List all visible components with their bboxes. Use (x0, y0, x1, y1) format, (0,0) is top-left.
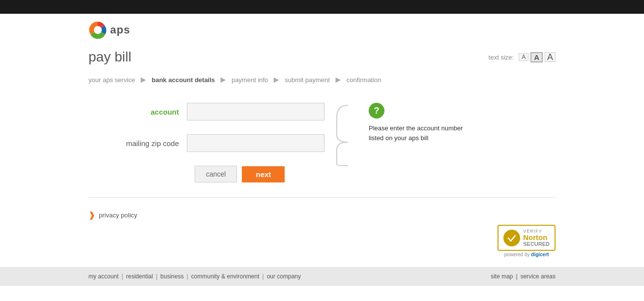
zip-label: mailing zip code (88, 139, 187, 148)
zip-input[interactable] (187, 134, 324, 152)
bottom-nav-business[interactable]: business (160, 273, 183, 280)
step-submit-payment: submit payment (285, 76, 330, 84)
privacy-policy-link[interactable]: privacy policy (99, 211, 137, 219)
bottom-nav-my-account[interactable]: my account (88, 273, 118, 280)
help-text: Please enter the account number listed o… (369, 123, 467, 143)
button-row: cancel next (195, 166, 324, 182)
page-title: pay bill (88, 49, 131, 65)
step-arrow-2: ► (219, 75, 228, 85)
next-button[interactable]: next (242, 166, 285, 182)
top-bar (0, 0, 644, 14)
norton-secured-label: SECURED (523, 241, 550, 247)
account-label: account (88, 108, 187, 116)
account-input[interactable] (187, 103, 324, 120)
header: aps (0, 14, 644, 44)
help-icon: ? (369, 103, 384, 119)
bottom-right-links: site map | service areas (491, 273, 556, 280)
bracket-svg (334, 103, 349, 167)
bottom-nav-community[interactable]: community & environment (191, 273, 260, 280)
zip-row: mailing zip code (88, 134, 324, 152)
bracket-decoration (334, 103, 349, 167)
footer-links-row: ❱ privacy policy (0, 203, 644, 225)
svg-point-1 (94, 26, 102, 34)
bottom-nav-our-company[interactable]: our company (267, 273, 301, 280)
text-size-medium[interactable]: A (530, 52, 543, 62)
step-confirmation: confirmation (347, 76, 381, 84)
logo-text: aps (110, 24, 130, 36)
account-row: account (88, 103, 324, 120)
text-size-controls: text size: A A A (489, 52, 556, 62)
step-your-aps-service: your aps service (88, 76, 135, 84)
bottom-bar: my account | residential | business | co… (0, 267, 644, 286)
norton-box: VERIFY Norton SECURED (498, 225, 556, 251)
norton-area: VERIFY Norton SECURED powered by digicer… (0, 225, 644, 267)
text-size-label: text size: (489, 54, 514, 61)
main-content: account mailing zip code cancel next ? P… (0, 93, 644, 192)
service-areas-link[interactable]: service areas (521, 273, 556, 280)
step-arrow-4: ► (334, 75, 343, 85)
digicert-link[interactable]: digicert (531, 252, 549, 257)
form-section: account mailing zip code cancel next (88, 103, 324, 182)
norton-check-icon (503, 230, 520, 246)
step-payment-info: payment info (232, 76, 268, 84)
form-wrapper: account mailing zip code cancel next (88, 103, 349, 182)
text-size-small[interactable]: A (519, 53, 528, 61)
bottom-nav-residential[interactable]: residential (126, 273, 153, 280)
text-size-large[interactable]: A (545, 52, 556, 62)
norton-powered-text: powered by digicert (504, 252, 549, 257)
norton-badge: VERIFY Norton SECURED powered by digicer… (498, 225, 556, 257)
norton-name-label: Norton (523, 234, 547, 241)
help-section: ? Please enter the account number listed… (369, 103, 467, 182)
step-arrow-1: ► (139, 75, 148, 85)
logo-container: aps (88, 21, 644, 39)
steps-bar: your aps service ► bank account details … (0, 70, 644, 93)
aps-logo-icon (88, 21, 107, 39)
bottom-nav: my account | residential | business | co… (88, 273, 301, 280)
title-area: pay bill text size: A A A (0, 44, 644, 70)
site-map-link[interactable]: site map (491, 273, 513, 280)
step-bank-account-details: bank account details (151, 76, 215, 84)
divider (88, 197, 556, 198)
privacy-arrow-icon: ❱ (88, 211, 95, 220)
norton-text-block: VERIFY Norton SECURED (523, 229, 550, 247)
cancel-button[interactable]: cancel (195, 166, 237, 182)
step-arrow-3: ► (272, 75, 281, 85)
